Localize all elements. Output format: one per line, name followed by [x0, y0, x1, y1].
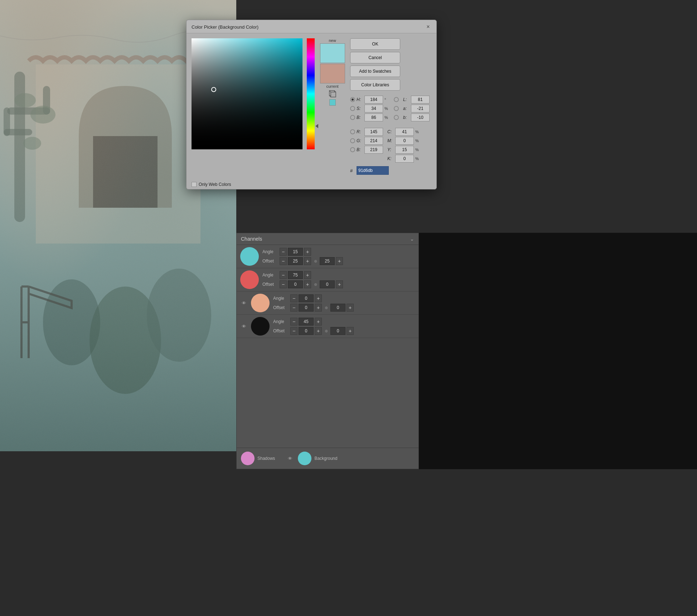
- b3-radio[interactable]: [394, 115, 399, 120]
- offset-inc-1a[interactable]: +: [304, 257, 311, 265]
- hue-slider[interactable]: [307, 38, 315, 149]
- h-radio[interactable]: [350, 97, 355, 102]
- l-input[interactable]: [411, 96, 430, 104]
- offset-input-4a[interactable]: [299, 327, 314, 335]
- c-input[interactable]: [395, 128, 414, 136]
- s-input[interactable]: [364, 105, 383, 112]
- h-label: H:: [357, 97, 363, 102]
- background-swatch-circle: [298, 452, 311, 465]
- preview-color-new: [320, 43, 345, 63]
- angle-input-2[interactable]: [288, 271, 303, 279]
- offset-input-3a[interactable]: [299, 304, 314, 312]
- c-field-row: C: %: [387, 128, 420, 136]
- b-input[interactable]: [364, 114, 383, 121]
- offset-inc-2a[interactable]: +: [304, 280, 311, 288]
- offset-input-2b[interactable]: [320, 280, 335, 288]
- gradient-canvas[interactable]: [192, 38, 302, 149]
- angle-group-2: Angle − +: [262, 271, 343, 279]
- b-radio[interactable]: [350, 115, 355, 120]
- l-radio[interactable]: [394, 97, 399, 102]
- angle-dec-4[interactable]: −: [290, 318, 297, 326]
- h-unit: °: [384, 97, 389, 102]
- h-field-row: H: ° L:: [350, 96, 431, 104]
- dialog-close-button[interactable]: ×: [425, 24, 431, 30]
- eye-icon-3[interactable]: 👁: [240, 299, 247, 307]
- b-label: B:: [357, 115, 363, 120]
- h-input[interactable]: [364, 96, 383, 104]
- offset-inc-2b[interactable]: +: [336, 280, 343, 288]
- color-libraries-button[interactable]: Color Libraries: [350, 79, 400, 91]
- preview-current-label: current: [326, 84, 338, 88]
- preview-new-label: new: [329, 38, 336, 43]
- m-input[interactable]: [395, 137, 414, 145]
- b3-input[interactable]: [411, 114, 430, 121]
- hue-slider-container: [307, 38, 315, 175]
- channels-title: Channels: [241, 236, 262, 242]
- add-to-swatches-button[interactable]: Add to Swatches: [350, 66, 400, 77]
- gradient-picker-area[interactable]: [192, 38, 302, 149]
- angle-input-4[interactable]: [299, 318, 314, 326]
- shadows-label: Shadows: [257, 456, 275, 461]
- eye-icon-4[interactable]: 👁: [240, 323, 247, 330]
- black-area: [419, 233, 697, 469]
- b2-radio[interactable]: [350, 147, 355, 152]
- offset-inc-3b[interactable]: +: [347, 304, 354, 312]
- y-field-row: Y: %: [387, 146, 420, 154]
- b2-label: B:: [357, 147, 363, 152]
- hex-input[interactable]: [357, 166, 389, 175]
- angle-label-1: Angle: [262, 249, 279, 254]
- r-label: R:: [357, 129, 363, 134]
- offset-input-3b[interactable]: [330, 304, 345, 312]
- angle-inc-3[interactable]: +: [315, 294, 322, 302]
- offset-label-1: Offset: [262, 259, 279, 264]
- offset-dec-1a[interactable]: −: [280, 257, 287, 265]
- s-unit: %: [384, 106, 389, 111]
- r-input[interactable]: [364, 128, 383, 136]
- background-swatch-item: 👁 Background: [286, 452, 337, 465]
- offset-dec-3a[interactable]: −: [290, 304, 297, 312]
- web-colors-checkbox[interactable]: [192, 182, 197, 187]
- link-icon-2: ⊕: [312, 281, 319, 288]
- ok-button[interactable]: OK: [350, 38, 400, 50]
- cancel-button[interactable]: Cancel: [350, 52, 400, 63]
- offset-inc-1b[interactable]: +: [336, 257, 343, 265]
- angle-inc-1[interactable]: +: [304, 248, 311, 256]
- y-label: Y:: [387, 147, 394, 152]
- a-input[interactable]: [411, 105, 430, 112]
- angle-input-1[interactable]: [288, 248, 303, 256]
- b2-input[interactable]: [364, 146, 383, 154]
- dialog-titlebar: Color Picker (Background Color) ×: [187, 20, 436, 33]
- s-radio[interactable]: [350, 106, 355, 111]
- a-radio[interactable]: [394, 106, 399, 111]
- angle-label-2: Angle: [262, 273, 279, 278]
- angle-dec-3[interactable]: −: [290, 294, 297, 302]
- eye-icon-bottom[interactable]: 👁: [286, 455, 294, 462]
- offset-label-2: Offset: [262, 282, 279, 287]
- r-radio[interactable]: [350, 129, 355, 134]
- c-unit: %: [415, 130, 420, 134]
- k-input[interactable]: [395, 155, 414, 163]
- offset-dec-2a[interactable]: −: [280, 280, 287, 288]
- offset-inc-3a[interactable]: +: [315, 304, 322, 312]
- offset-input-2a[interactable]: [288, 280, 303, 288]
- b3-label: b:: [403, 115, 410, 120]
- y-input[interactable]: [395, 146, 414, 154]
- angle-label-3: Angle: [273, 296, 289, 301]
- angle-dec-2[interactable]: −: [280, 271, 287, 279]
- dialog-body: new current OK Cancel Add to Swatches Co…: [187, 33, 436, 180]
- angle-inc-4[interactable]: +: [315, 318, 322, 326]
- channels-collapse-icon[interactable]: ⌄: [410, 236, 414, 242]
- angle-dec-1[interactable]: −: [280, 248, 287, 256]
- g-input[interactable]: [364, 137, 383, 145]
- channel-swatch-3: [251, 294, 270, 312]
- g-radio[interactable]: [350, 138, 355, 143]
- bottom-swatches: Shadows 👁 Background: [237, 448, 418, 469]
- offset-inc-4b[interactable]: +: [347, 327, 354, 335]
- offset-input-1b[interactable]: [320, 257, 335, 265]
- offset-inc-4a[interactable]: +: [315, 327, 322, 335]
- offset-input-1a[interactable]: [288, 257, 303, 265]
- angle-input-3[interactable]: [299, 294, 314, 302]
- offset-input-4b[interactable]: [330, 327, 345, 335]
- offset-dec-4a[interactable]: −: [290, 327, 297, 335]
- angle-inc-2[interactable]: +: [304, 271, 311, 279]
